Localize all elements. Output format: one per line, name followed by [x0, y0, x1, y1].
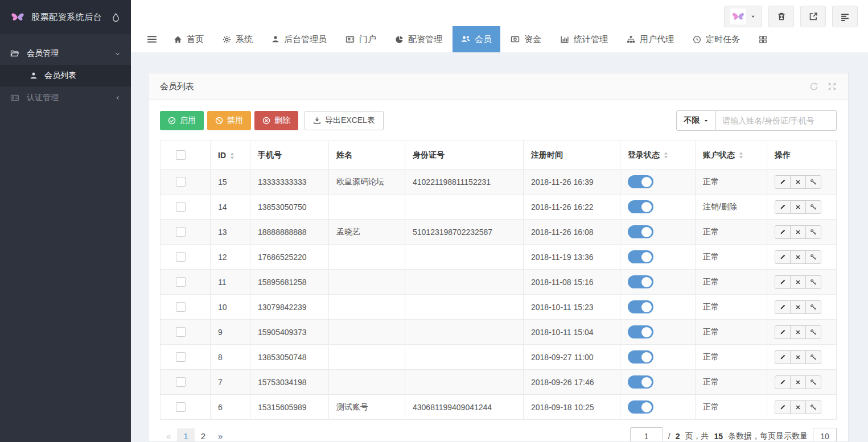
current-page-input[interactable] — [630, 427, 663, 442]
row-checkbox[interactable] — [176, 352, 186, 362]
reset-password-button[interactable] — [805, 225, 821, 239]
align-list-button[interactable] — [832, 6, 858, 27]
login-status-toggle[interactable] — [628, 175, 653, 188]
pager-page-1[interactable]: 1 — [177, 428, 194, 442]
cell-account-status: 正常 — [696, 220, 767, 245]
sidebar-item-auth-management[interactable]: 认证管理 — [0, 86, 131, 109]
filter-dropdown[interactable]: 不限 — [676, 110, 716, 131]
hamburger-icon[interactable] — [139, 26, 165, 52]
droplet-icon[interactable] — [111, 13, 121, 22]
page-size-input[interactable] — [813, 428, 837, 442]
search-input[interactable] — [716, 110, 837, 131]
disable-button-label: 禁用 — [227, 115, 243, 126]
avatar-dropdown-button[interactable] — [724, 6, 762, 27]
login-status-toggle[interactable] — [628, 350, 653, 363]
sidebar-item-member-management[interactable]: 会员管理 — [0, 42, 131, 65]
nav-item-funds[interactable]: 资金 — [502, 26, 550, 52]
nav-item-portal[interactable]: 门户 — [337, 26, 385, 52]
row-actions — [775, 350, 821, 364]
reset-password-button[interactable] — [805, 200, 821, 214]
external-link-button[interactable] — [800, 6, 826, 27]
sort-icon[interactable] — [230, 152, 235, 159]
cell-id: 13 — [211, 220, 250, 245]
expand-icon[interactable] — [828, 82, 837, 91]
delete-row-button[interactable] — [790, 275, 806, 289]
reset-password-button[interactable] — [805, 350, 821, 364]
edit-button[interactable] — [775, 250, 791, 264]
delete-row-button[interactable] — [790, 325, 806, 339]
nav-item-label: 用户代理 — [640, 34, 674, 45]
delete-row-button[interactable] — [790, 225, 806, 239]
trash-button[interactable] — [768, 6, 794, 27]
disable-button[interactable]: 禁用 — [207, 111, 251, 130]
row-checkbox[interactable] — [176, 377, 186, 387]
delete-row-button[interactable] — [790, 200, 806, 214]
edit-button[interactable] — [775, 350, 791, 364]
row-checkbox[interactable] — [176, 177, 186, 187]
reset-password-button[interactable] — [805, 175, 821, 189]
edit-button[interactable] — [775, 225, 791, 239]
login-status-toggle[interactable] — [628, 275, 653, 288]
edit-button[interactable] — [775, 325, 791, 339]
nav-item-admins[interactable]: 后台管理员 — [263, 26, 335, 52]
nav-item-statistics[interactable]: 统计管理 — [552, 26, 616, 52]
delete-row-button[interactable] — [790, 175, 806, 189]
delete-row-button[interactable] — [790, 300, 806, 314]
delete-row-button[interactable] — [790, 375, 806, 389]
pager-prev[interactable]: « — [160, 428, 177, 442]
nav-item-members[interactable]: 会员 — [452, 26, 500, 52]
reset-password-button[interactable] — [805, 400, 821, 414]
edit-button[interactable] — [775, 275, 791, 289]
login-status-toggle[interactable] — [628, 225, 653, 238]
sort-icon[interactable] — [739, 152, 743, 159]
reset-password-button[interactable] — [805, 275, 821, 289]
login-status-toggle[interactable] — [628, 300, 653, 313]
edit-button[interactable] — [775, 300, 791, 314]
external-link-icon — [809, 12, 818, 21]
login-status-toggle[interactable] — [628, 375, 653, 389]
login-status-toggle[interactable] — [628, 325, 653, 338]
row-checkbox[interactable] — [176, 202, 186, 212]
row-checkbox[interactable] — [176, 302, 186, 312]
delete-row-button[interactable] — [790, 400, 806, 414]
login-status-toggle[interactable] — [628, 250, 653, 263]
delete-row-button[interactable] — [790, 350, 806, 364]
nav-item-system[interactable]: 系统 — [214, 26, 261, 52]
reset-password-button[interactable] — [805, 375, 821, 389]
refresh-icon[interactable] — [809, 82, 818, 91]
nav-item-grid[interactable] — [750, 26, 776, 52]
select-all-checkbox[interactable] — [176, 150, 186, 160]
row-checkbox[interactable] — [176, 252, 186, 262]
edit-button[interactable] — [775, 200, 791, 214]
export-excel-button[interactable]: 导出EXCEL表 — [305, 111, 384, 130]
sidebar-item-member-list[interactable]: 会员列表 — [0, 65, 131, 86]
reset-password-button[interactable] — [805, 250, 821, 264]
row-checkbox[interactable] — [176, 277, 186, 287]
nav-item-financing[interactable]: 配资管理 — [386, 26, 451, 52]
nav-item-user-agents[interactable]: 用户代理 — [618, 26, 682, 52]
edit-button[interactable] — [775, 375, 791, 389]
row-checkbox[interactable] — [176, 327, 186, 337]
enable-button[interactable]: 启用 — [160, 111, 204, 130]
pager-next[interactable]: » — [212, 428, 229, 442]
reset-password-button[interactable] — [805, 300, 821, 314]
reset-password-button[interactable] — [805, 325, 821, 339]
row-checkbox[interactable] — [176, 402, 186, 412]
sort-icon[interactable] — [664, 152, 668, 159]
column-label: 账户状态 — [703, 150, 735, 159]
pager-page-2[interactable]: 2 — [195, 428, 212, 442]
edit-button[interactable] — [775, 400, 791, 414]
cell-phone: 15315605989 — [250, 395, 329, 420]
row-checkbox[interactable] — [176, 227, 186, 237]
nav-item-scheduled-tasks[interactable]: 定时任务 — [684, 26, 748, 52]
nav-item-home[interactable]: 首页 — [165, 26, 212, 52]
login-status-toggle[interactable] — [628, 400, 653, 414]
app-window: 股票配资系统后台 会员管理 会员列表 — [0, 0, 868, 442]
login-status-toggle[interactable] — [628, 200, 653, 213]
cell-name — [329, 270, 405, 295]
delete-button[interactable]: 删除 — [254, 111, 298, 130]
delete-row-button[interactable] — [790, 250, 806, 264]
edit-button[interactable] — [775, 175, 791, 189]
cell-name: 测试账号 — [329, 395, 405, 420]
row-actions — [775, 200, 821, 214]
